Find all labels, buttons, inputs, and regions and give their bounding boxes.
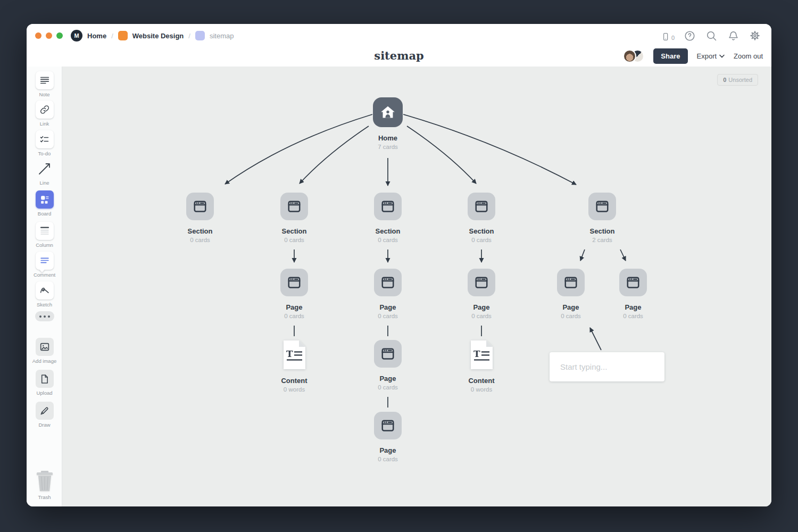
connection-arrow[interactable]	[590, 328, 601, 350]
browser-window-icon	[286, 198, 302, 214]
breadcrumb-project[interactable]: Website Design	[132, 32, 184, 40]
browser-window-icon	[473, 275, 489, 290]
tool-line[interactable]: Line	[27, 160, 62, 186]
help-icon	[684, 30, 696, 42]
trash-dropzone[interactable]: Trash	[27, 470, 62, 500]
browser-window-icon	[380, 275, 396, 290]
tool-note[interactable]: Note	[27, 71, 62, 97]
node-label: Home	[361, 134, 414, 142]
breadcrumb-home[interactable]: Home	[87, 32, 106, 40]
node-label: Page	[268, 303, 321, 311]
share-button[interactable]: Share	[653, 48, 687, 64]
node-label: Section	[576, 227, 629, 235]
search-icon	[705, 30, 718, 42]
board-canvas[interactable]: Home7 cards Section0 cards Section0 card…	[62, 66, 771, 506]
node-section[interactable]: Section0 cards	[268, 193, 321, 243]
node-section[interactable]: Section0 cards	[455, 193, 508, 243]
node-home[interactable]: Home7 cards	[361, 97, 414, 150]
node-page[interactable]: Page0 cards	[455, 269, 508, 319]
sketch-icon	[39, 285, 51, 296]
node-page[interactable]: Page0 cards	[606, 269, 660, 319]
node-page[interactable]: Page0 cards	[544, 269, 597, 319]
node-label: Page	[606, 303, 660, 311]
browser-window-icon	[380, 418, 396, 434]
node-sublabel: 0 cards	[268, 237, 321, 243]
zoom-out-button[interactable]: Zoom out	[734, 52, 763, 60]
node-page[interactable]: Page0 cards	[361, 269, 414, 319]
node-sublabel: 0 words	[268, 386, 321, 393]
connection-arrow[interactable]	[300, 126, 369, 184]
connection-arrow[interactable]	[225, 114, 372, 184]
add-image-icon	[39, 341, 51, 353]
svg-text:T: T	[286, 348, 293, 359]
help-button[interactable]	[683, 29, 696, 43]
bell-icon	[727, 30, 739, 42]
browser-window-icon	[380, 346, 396, 362]
mobile-icon	[661, 31, 670, 43]
tool-sketch[interactable]: Sketch	[27, 281, 62, 307]
node-content[interactable]: T Content0 words	[268, 340, 321, 393]
trash-icon	[34, 470, 56, 492]
export-button[interactable]: Export	[697, 52, 725, 60]
browser-window-icon	[625, 275, 641, 290]
tool-board[interactable]: Board	[27, 190, 62, 217]
node-label: Page	[361, 303, 414, 311]
node-content[interactable]: T Content0 words	[455, 340, 508, 393]
mobile-count: 0	[671, 35, 675, 43]
new-note-card[interactable]	[550, 352, 664, 381]
document-icon: T	[469, 340, 494, 370]
breadcrumb-board[interactable]: sitemap	[210, 32, 234, 40]
page-node-tile	[374, 340, 402, 368]
section-node-tile	[468, 193, 495, 220]
tool-upload[interactable]: Upload	[27, 370, 62, 396]
node-sublabel: 0 cards	[455, 237, 508, 243]
note-text-input[interactable]	[550, 352, 664, 381]
unsorted-badge[interactable]: 0Unsorted	[717, 74, 758, 86]
node-label: Section	[361, 227, 414, 235]
avatar[interactable]	[623, 49, 636, 63]
home-icon	[379, 104, 396, 121]
note-icon	[39, 74, 51, 86]
node-sublabel: 0 cards	[361, 384, 414, 390]
node-page[interactable]: Page0 cards	[361, 340, 414, 390]
window-controls	[27, 32, 63, 39]
minimize-window-button[interactable]	[46, 32, 52, 39]
maximize-window-button[interactable]	[56, 32, 63, 39]
close-window-button[interactable]	[35, 32, 41, 39]
page-node-tile	[619, 269, 647, 296]
node-sublabel: 0 cards	[455, 313, 508, 319]
mobile-app-button[interactable]: 0	[661, 29, 675, 43]
node-section[interactable]: Section2 cards	[576, 193, 629, 243]
connection-lines	[62, 66, 771, 506]
connection-arrow[interactable]	[620, 250, 626, 261]
upload-file-icon	[39, 373, 50, 385]
tool-todo[interactable]: To-do	[27, 130, 62, 156]
column-icon	[39, 225, 51, 237]
app-logo[interactable]: M	[71, 30, 82, 41]
node-page[interactable]: Page0 cards	[361, 412, 414, 462]
node-section[interactable]: Section0 cards	[173, 193, 227, 243]
tool-link[interactable]: Link	[27, 101, 62, 127]
section-node-tile	[588, 193, 616, 220]
node-sublabel: 0 cards	[606, 313, 660, 319]
search-button[interactable]	[704, 29, 718, 43]
node-label: Page	[455, 303, 508, 311]
node-section[interactable]: Section0 cards	[361, 193, 414, 243]
connection-arrow[interactable]	[580, 250, 585, 261]
content-node-tile: T	[280, 340, 308, 370]
notifications-button[interactable]	[726, 29, 740, 43]
tool-column[interactable]: Column	[27, 222, 62, 248]
browser-window-icon	[286, 275, 302, 290]
connection-arrow[interactable]	[403, 114, 576, 185]
tool-draw[interactable]: Draw	[27, 402, 62, 428]
node-label: Page	[361, 375, 414, 383]
tool-add-image[interactable]: Add image	[27, 338, 62, 364]
tool-comment[interactable]: Comment	[27, 252, 62, 278]
more-tools-button[interactable]	[27, 311, 62, 321]
board-icon	[195, 31, 205, 40]
browser-window-icon	[473, 198, 489, 214]
page-node-tile	[557, 269, 585, 296]
node-page[interactable]: Page0 cards	[268, 269, 321, 319]
collaborator-avatars[interactable]	[623, 49, 644, 63]
settings-button[interactable]	[748, 29, 762, 43]
